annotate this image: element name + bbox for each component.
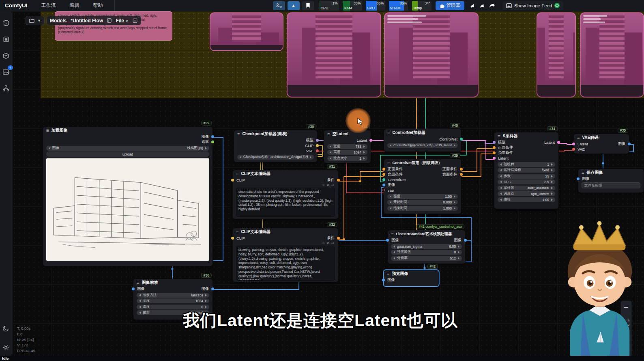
collapse-icon[interactable]: ≡ — [498, 134, 500, 138]
manager-button[interactable]: 管理器 — [436, 1, 465, 10]
collapse-icon[interactable]: ≡ — [236, 172, 238, 176]
megaphone-muted-button[interactable] — [477, 1, 487, 10]
input-slot-negative[interactable] — [382, 173, 385, 176]
workflow-folder-button[interactable]: ▼ — [26, 16, 45, 25]
widget-width[interactable]: 宽度788 — [327, 144, 367, 149]
sidebar-item-workflows[interactable] — [2, 84, 11, 93]
collapse-icon[interactable]: ≡ — [137, 281, 139, 285]
sidebar-item-settings[interactable] — [2, 343, 11, 352]
widget-strength[interactable]: 强度1.00 — [387, 194, 458, 199]
megaphone-button[interactable] — [468, 1, 477, 10]
translate-button[interactable]: 文A — [273, 1, 285, 10]
node-preview-image[interactable]: #42 ≡预览图像 图像 — [383, 270, 439, 287]
input-slot-positive[interactable] — [382, 168, 385, 171]
collapse-icon[interactable]: ≡ — [577, 136, 580, 140]
image-preview[interactable] — [46, 158, 209, 261]
sidebar-item-theme[interactable] — [2, 324, 11, 333]
collapse-icon[interactable]: ≡ — [582, 171, 584, 175]
file-menu[interactable]: File ∨ — [116, 18, 128, 24]
input-slot-image[interactable] — [382, 279, 385, 281]
node-checkpoint-loader[interactable]: #30 ≡Checkpoint加载器(简易) 模型 CLIP VAE Check… — [234, 130, 318, 162]
node-clip-encode-positive[interactable]: #31 ≡CLIP文本编码器 CLIP条件 ○⊘◅ cinematic phot… — [232, 170, 339, 219]
output-slot-latent[interactable] — [557, 141, 560, 144]
image-feed-toggle[interactable]: Show Image Feed — [502, 1, 563, 10]
node-controlnet-apply[interactable]: #39 ≡ControlNet应用（旧版高级） 正面条件正面条件 负面条件负面条… — [384, 159, 462, 214]
upload-button[interactable]: upload — [46, 151, 209, 157]
widget-seed[interactable]: 随机种1 — [498, 162, 555, 167]
widget-width[interactable]: 宽度1024 — [137, 298, 209, 303]
output-slot-positive[interactable] — [460, 168, 463, 171]
node-load-image[interactable]: #29 ≡加载图像 图像 遮罩 图像线稿图.jpg upload — [43, 126, 213, 266]
input-slot-controlnet[interactable] — [382, 178, 385, 181]
input-slot-latent[interactable] — [493, 157, 496, 160]
widget-height[interactable]: 高度1024 — [327, 150, 367, 155]
widget-end[interactable]: 结束时间1.000 — [387, 206, 458, 211]
save-icon[interactable] — [133, 18, 137, 23]
output-slot-image[interactable] — [464, 239, 467, 242]
workflow-tab[interactable]: *Untitled Flow — [71, 18, 103, 24]
prompt-textarea[interactable]: drawing, painting, crayon, sketch, graph… — [236, 246, 335, 281]
input-slot-latent[interactable] — [572, 143, 575, 145]
output-slot-model[interactable] — [316, 139, 319, 142]
widget-upscale-method[interactable]: 缩放方法lanczos — [137, 293, 209, 298]
menu-help[interactable]: 帮助 — [93, 2, 103, 9]
collapse-icon[interactable]: ≡ — [391, 232, 393, 236]
output-slot-controlnet[interactable] — [460, 138, 463, 141]
node-clip-encode-negative[interactable]: #32 ≡CLIP文本编码器 CLIP条件 ○⊘◅ drawing, paint… — [232, 228, 339, 282]
widget-sampler[interactable]: 采样器euler_ancestral — [498, 186, 555, 190]
input-slot-positive[interactable] — [493, 146, 496, 149]
collapse-icon[interactable]: ≡ — [46, 128, 49, 133]
input-slot-image[interactable] — [382, 184, 385, 186]
output-slot-negative[interactable] — [460, 173, 463, 176]
share-button[interactable] — [487, 1, 497, 10]
graph-canvas[interactable]: crayon, sketch, graphite, impressionist,… — [12, 11, 644, 356]
collapse-icon[interactable]: ≡ — [327, 132, 330, 136]
sidebar-item-history[interactable] — [2, 19, 11, 28]
widget-scheduler[interactable]: 调度器sgm_uniform — [498, 191, 555, 196]
widget-denoise[interactable]: 降噪1.00 — [498, 197, 555, 202]
output-slot-clip[interactable] — [316, 144, 319, 147]
widget-filename-prefix[interactable]: 文件名前缀 — [582, 182, 640, 188]
widget-control-after-generate[interactable]: 运行后操作fixed — [498, 168, 555, 173]
widget-controlnet-name[interactable]: ControlNet名称control_v11p_sd15_lineart.pt… — [387, 143, 458, 148]
output-slot-vae[interactable] — [316, 149, 319, 152]
input-slot-image[interactable] — [577, 177, 580, 180]
input-slot-image[interactable] — [132, 288, 135, 290]
input-slot-image[interactable] — [386, 239, 389, 242]
input-slot-negative[interactable] — [493, 151, 496, 154]
node-lineart-preprocessor[interactable]: #41 comfyui_controlnet_aux ≡LineArtStand… — [387, 230, 466, 264]
widget-intensity-threshold[interactable]: 强度阈值8 — [391, 250, 462, 255]
sidebar-item-models[interactable] — [2, 51, 11, 60]
output-slot-image[interactable] — [211, 288, 214, 290]
node-save-image[interactable]: ≡保存图像 图像 文件名前缀 — [578, 169, 644, 193]
tab-grid-icon[interactable] — [107, 18, 112, 23]
input-slot-vae[interactable] — [382, 189, 385, 191]
collapse-icon[interactable]: ≡ — [387, 161, 390, 165]
output-slot-conditioning[interactable] — [337, 237, 340, 240]
output-slot-latent[interactable] — [369, 139, 372, 142]
collapse-icon[interactable]: ≡ — [387, 272, 389, 276]
output-slot-image[interactable] — [211, 135, 214, 138]
node-controlnet-loader[interactable]: #40 ≡ControlNet加载器 ControlNet ControlNet… — [384, 129, 462, 152]
collapse-icon[interactable]: ≡ — [236, 230, 238, 234]
widget-image-file[interactable]: 图像线稿图.jpg — [46, 146, 209, 151]
collapse-icon[interactable]: ≡ — [387, 131, 390, 135]
models-menu[interactable]: Models — [50, 18, 67, 24]
widget-cfg[interactable]: CFG2.5 — [498, 179, 555, 184]
input-slot-clip[interactable] — [231, 237, 234, 240]
bookmark-button[interactable] — [302, 1, 314, 10]
extension-logo-button[interactable]: ▲ — [288, 1, 300, 10]
sidebar-item-gallery[interactable]: 4 — [2, 67, 11, 76]
menu-workflow[interactable]: 工作流 — [41, 2, 56, 9]
widget-steps[interactable]: 步数25 — [498, 174, 555, 179]
output-slot-image[interactable] — [628, 143, 631, 145]
widget-batch-size[interactable]: 批次大小1 — [327, 156, 367, 161]
widget-height[interactable]: 高度0 — [137, 305, 209, 309]
menu-edit[interactable]: 编辑 — [70, 2, 79, 9]
node-empty-latent[interactable]: #33 ≡空Latent Latent 宽度788 高度1024 批次大小1 — [324, 130, 371, 163]
input-slot-vae[interactable] — [572, 148, 575, 151]
prompt-textarea[interactable]: cinematic photo An artist's impression o… — [236, 188, 335, 217]
widget-gaussian-sigma[interactable]: guassian_sigma6.00 — [391, 244, 462, 249]
widget-start[interactable]: 开始时间0.000 — [387, 200, 458, 205]
input-slot-clip[interactable] — [231, 179, 234, 182]
